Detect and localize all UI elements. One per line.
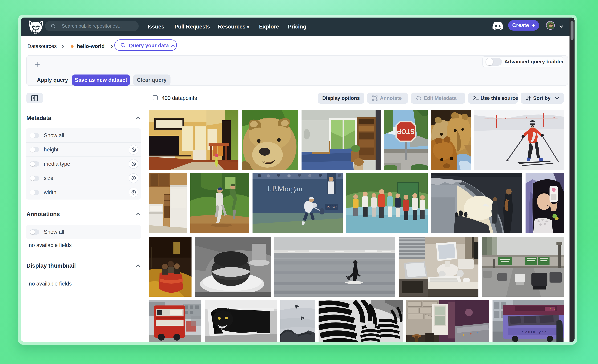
svg-text:S o u t h T y n e: S o u t h T y n e <box>522 330 546 334</box>
svg-text:STOP: STOP <box>397 128 415 135</box>
svg-text:POLO: POLO <box>326 205 336 209</box>
svg-text:96: 96 <box>550 307 555 311</box>
svg-text:J.P.Morgan: J.P.Morgan <box>267 184 303 193</box>
